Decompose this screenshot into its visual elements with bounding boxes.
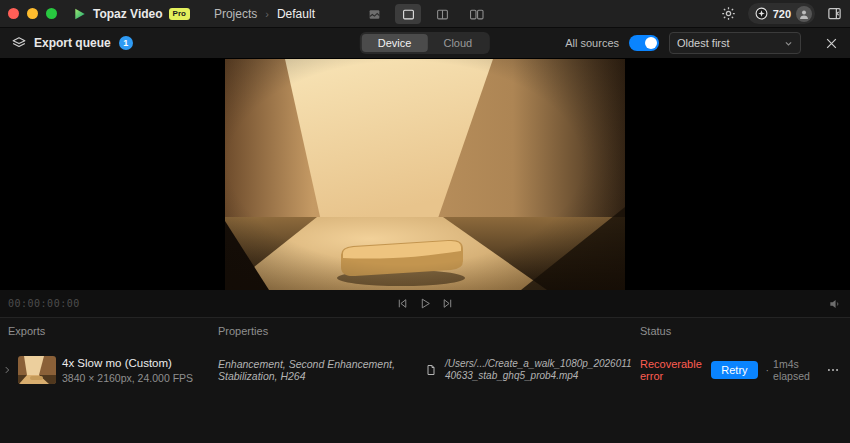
queue-count-badge: 1 bbox=[119, 36, 133, 50]
transport-controls bbox=[396, 297, 455, 310]
export-file-path[interactable]: /Users/.../Create_a_walk_1080p_202601140… bbox=[445, 358, 632, 383]
timeline-bar: 00:00:00:00 bbox=[0, 290, 850, 318]
status-cell: Recoverable error Retry · 1m4s elapsed bbox=[632, 358, 850, 382]
elapsed-time: 1m4s elapsed bbox=[773, 358, 818, 382]
previous-frame-icon[interactable] bbox=[396, 297, 409, 310]
window-controls bbox=[8, 8, 57, 19]
chevron-right-icon: › bbox=[265, 8, 269, 20]
queue-title-group: Export queue 1 bbox=[12, 36, 133, 50]
device-cloud-segmented-control: Device Cloud bbox=[360, 32, 490, 54]
single-view-icon[interactable] bbox=[395, 4, 421, 24]
close-queue-icon[interactable] bbox=[825, 37, 838, 50]
tab-cloud[interactable]: Cloud bbox=[427, 34, 488, 52]
export-thumbnail bbox=[18, 356, 56, 384]
expand-chevron-icon[interactable] bbox=[2, 365, 12, 375]
credits-pill[interactable]: 720 bbox=[748, 3, 815, 24]
all-sources-toggle[interactable] bbox=[629, 35, 659, 51]
next-frame-icon[interactable] bbox=[442, 297, 455, 310]
sort-order-dropdown[interactable]: Oldest first bbox=[669, 32, 801, 54]
settings-gear-icon[interactable] bbox=[721, 6, 736, 21]
retry-button[interactable]: Retry bbox=[711, 361, 757, 379]
breadcrumb: Projects › Default bbox=[214, 7, 315, 21]
separator-dot: · bbox=[766, 364, 770, 376]
play-icon[interactable] bbox=[419, 297, 432, 310]
export-queue-header: Export queue 1 Device Cloud All sources … bbox=[0, 28, 850, 59]
pro-badge: Pro bbox=[169, 8, 190, 20]
export-filters: Enhancement, Second Enhancement, Stabili… bbox=[218, 358, 417, 382]
panel-toggle-icon[interactable] bbox=[827, 6, 842, 21]
exports-cell: 4x Slow mo (Custom) 3840 × 2160px, 24.00… bbox=[0, 356, 210, 384]
credits-count: 720 bbox=[773, 8, 791, 20]
sort-order-value: Oldest first bbox=[677, 37, 784, 49]
toggle-knob bbox=[645, 37, 657, 49]
side-by-side-view-icon[interactable] bbox=[463, 4, 489, 24]
topaz-logo-icon bbox=[73, 7, 87, 21]
properties-cell: Enhancement, Second Enhancement, Stabili… bbox=[210, 358, 632, 383]
file-document-icon bbox=[425, 363, 437, 377]
layers-icon bbox=[12, 36, 26, 50]
volume-icon[interactable] bbox=[828, 297, 842, 311]
timecode: 00:00:00:00 bbox=[8, 298, 80, 309]
zoom-window-button[interactable] bbox=[46, 8, 57, 19]
breadcrumb-projects[interactable]: Projects bbox=[214, 7, 257, 21]
app-window: Topaz Video Pro Projects › Default bbox=[0, 0, 850, 443]
tab-device[interactable]: Device bbox=[362, 34, 428, 52]
export-meta: 4x Slow mo (Custom) 3840 × 2160px, 24.00… bbox=[62, 357, 193, 384]
chevron-down-icon bbox=[784, 39, 793, 48]
status-badge: Recoverable error bbox=[640, 358, 703, 382]
export-queue-title: Export queue bbox=[34, 36, 111, 50]
view-mode-switcher bbox=[361, 0, 489, 28]
elapsed-group: · 1m4s elapsed bbox=[766, 358, 818, 382]
all-sources-label: All sources bbox=[565, 37, 619, 49]
user-avatar[interactable] bbox=[796, 6, 812, 22]
empty-area bbox=[0, 396, 850, 443]
export-row[interactable]: 4x Slow mo (Custom) 3840 × 2160px, 24.00… bbox=[0, 344, 850, 396]
original-view-icon[interactable] bbox=[361, 4, 387, 24]
close-window-button[interactable] bbox=[8, 8, 19, 19]
export-title: 4x Slow mo (Custom) bbox=[62, 357, 193, 369]
column-header-properties: Properties bbox=[210, 325, 632, 337]
split-view-icon[interactable] bbox=[429, 4, 455, 24]
queue-table-header: Exports Properties Status bbox=[0, 318, 850, 344]
export-resolution-fps: 3840 × 2160px, 24.000 FPS bbox=[62, 372, 193, 384]
column-header-status: Status bbox=[632, 325, 850, 337]
queue-controls: All sources Oldest first bbox=[565, 32, 838, 54]
app-logo-group: Topaz Video Pro bbox=[73, 7, 190, 21]
breadcrumb-current-project[interactable]: Default bbox=[277, 7, 315, 21]
video-preview-frame[interactable] bbox=[225, 59, 625, 290]
titlebar-right: 720 bbox=[721, 3, 842, 24]
titlebar: Topaz Video Pro Projects › Default bbox=[0, 0, 850, 28]
minimize-window-button[interactable] bbox=[27, 8, 38, 19]
coin-icon bbox=[755, 7, 768, 20]
more-options-icon[interactable] bbox=[826, 363, 840, 377]
column-header-exports: Exports bbox=[0, 325, 210, 337]
app-title: Topaz Video bbox=[93, 7, 163, 21]
preview-area bbox=[0, 59, 850, 290]
